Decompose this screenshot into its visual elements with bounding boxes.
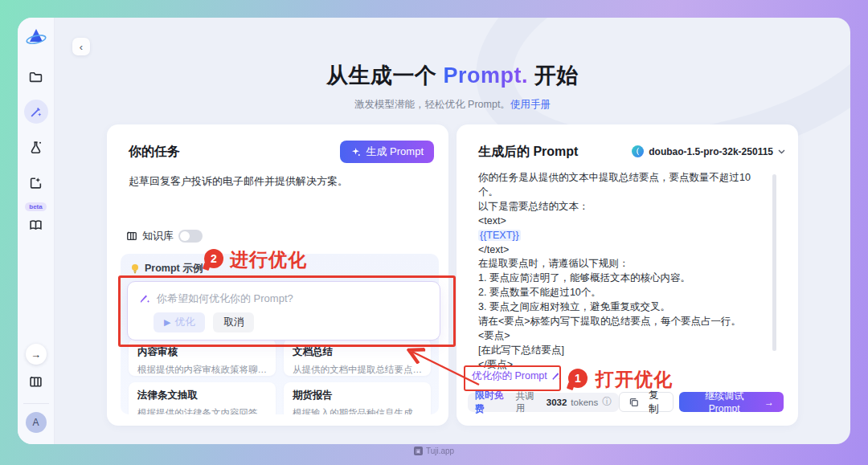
hero-header: 从生成一个 Prompt. 开始 激发模型潜能，轻松优化 Prompt。使用手册 [55, 61, 850, 112]
examples-grid: 内容审核 根据提供的内容审核政策将聊天记录… 文档总结 从提供的文档中提取总结要… [129, 339, 431, 414]
continue-debug-button[interactable]: 继续调试 Prompt → [679, 392, 784, 412]
generated-prompt-text[interactable]: 你的任务是从提供的文本中提取总结要点，要点数量不超过10个。 以下是需要总结的文… [478, 171, 768, 373]
prompt-line: {{TEXT}} [478, 229, 768, 243]
prompt-line: [在此写下总结要点] [478, 344, 768, 358]
watermark-icon: ▣ [414, 447, 423, 455]
app-logo-icon[interactable] [26, 27, 47, 47]
prompt-line: 1. 要点应简洁明了，能够概括文本的核心内容。 [478, 271, 768, 286]
chevron-down-icon [778, 149, 785, 154]
knowledge-base-icon [126, 230, 137, 242]
example-card[interactable]: 文档总结 从提供的文档中提取总结要点，要点… [284, 339, 431, 376]
folder-icon [29, 70, 43, 84]
example-card[interactable]: 法律条文抽取 根据提供的法律条文内容回答问题… [129, 382, 276, 414]
prompt-scrollbar[interactable] [772, 174, 776, 351]
example-description: 根据输入的期货品种信息生成报告… [293, 407, 422, 414]
page-title: 从生成一个 Prompt. 开始 [55, 61, 850, 90]
import-star-icon [29, 176, 43, 190]
free-badge: 限时免费 [475, 389, 512, 416]
title-highlight: Prompt. [443, 63, 528, 88]
step1-badge: 1 [568, 369, 588, 388]
prompt-line: </text> [478, 243, 768, 258]
step2-badge: 2 [204, 249, 223, 268]
example-card[interactable]: 期货报告 根据输入的期货品种信息生成报告… [284, 382, 431, 414]
result-panel-title: 生成后的 Prompt [478, 144, 578, 161]
prompt-line: 在提取要点时，请遵循以下规则： [478, 257, 768, 271]
layout-columns-icon [29, 375, 43, 389]
prompt-line: <要点> [478, 329, 768, 344]
sidebar-item-docs[interactable] [24, 369, 48, 394]
example-card[interactable]: 内容审核 根据提供的内容审核政策将聊天记录… [129, 339, 276, 376]
send-icon: ▶ [164, 317, 170, 328]
lightbulb-icon [130, 263, 140, 274]
example-description: 根据提供的内容审核政策将聊天记录… [137, 364, 267, 376]
manual-link[interactable]: 使用手册 [510, 99, 551, 110]
model-name: doubao-1.5-pro-32k-250115 [649, 146, 773, 157]
model-selector[interactable]: doubao-1.5-pro-32k-250115 [632, 145, 785, 157]
usage-badge: 限时免费 共调用 3032 tokens ⓘ [468, 393, 619, 412]
arrow-right-icon: → [764, 397, 774, 408]
knowledge-base-label: 知识库 [142, 229, 174, 243]
task-input-text[interactable]: 起草回复客户投诉的电子邮件并提供解决方案。 [129, 174, 348, 189]
step2-label: 进行优化 [230, 247, 307, 272]
prompt-line: 请在<要点>标签内写下提取的总结要点，每个要点占一行。 [478, 315, 768, 329]
generate-prompt-button[interactable]: 生成 Prompt [340, 141, 434, 163]
example-title: 法律条文抽取 [137, 389, 267, 402]
optimize-submit-button[interactable]: ▶ 优化 [154, 312, 205, 332]
knowledge-base-toggle[interactable] [178, 230, 203, 243]
arrow-right-icon: → [31, 349, 41, 361]
sidebar-item-prompt-tool[interactable] [24, 100, 48, 124]
watermark: ▣ Tuji.app [0, 447, 868, 455]
open-optimize-link[interactable]: 优化你的 Prompt [472, 369, 562, 383]
pen-sparkle-icon [139, 293, 150, 304]
sparkle-icon [350, 147, 361, 157]
optimize-cancel-button[interactable]: 取消 [213, 312, 254, 332]
knowledge-base-row: 知识库 [126, 229, 203, 243]
step1-label: 打开优化 [596, 367, 673, 392]
optimize-input[interactable]: 你希望如何优化你的 Prompt? [157, 292, 293, 306]
task-panel: 你的任务 生成 Prompt 起草回复客户投诉的电子邮件并提供解决方案。 知识库… [107, 124, 448, 426]
sidebar-item-experiments[interactable] [24, 135, 48, 159]
prompt-line: 以下是需要总结的文本： [478, 200, 768, 214]
watermark-text: Tuji.app [426, 447, 454, 455]
example-title: 文档总结 [293, 345, 422, 359]
sidebar-item-projects[interactable] [24, 64, 48, 88]
result-footer: 限时免费 共调用 3032 tokens ⓘ 复制 继续调试 Prompt → [468, 392, 784, 412]
copy-button[interactable]: 复制 [619, 392, 674, 412]
prompt-line: 3. 要点之间应相对独立，避免重复或交叉。 [478, 300, 768, 315]
optimize-dialog: 你希望如何优化你的 Prompt? ▶ 优化 取消 [127, 281, 440, 341]
sidebar-item-import[interactable] [24, 170, 48, 194]
prompt-line: 2. 要点数量不能超过10个。 [478, 286, 768, 300]
pen-sparkle-icon [551, 371, 562, 381]
chevron-left-icon: ‹ [80, 41, 83, 53]
app-window: beta → A ‹ 从生成一个 Prompt. 开 [18, 18, 850, 444]
user-avatar[interactable]: A [26, 412, 47, 433]
flask-icon [29, 141, 43, 154]
beta-badge: beta [25, 202, 46, 211]
example-description: 根据提供的法律条文内容回答问题… [137, 407, 267, 414]
copy-icon [629, 398, 639, 407]
prompt-line: 你的任务是从提供的文本中提取总结要点，要点数量不超过10个。 [478, 171, 768, 200]
magic-wand-icon [29, 105, 43, 119]
token-count: 3032 [547, 398, 567, 407]
collapse-panel-button[interactable]: ‹ [72, 38, 90, 55]
prompt-line: <text> [478, 214, 768, 229]
expand-sidebar-button[interactable]: → [26, 344, 47, 365]
sidebar: beta → A [18, 18, 55, 444]
page-background: beta → A ‹ 从生成一个 Prompt. 开 [0, 0, 868, 465]
task-panel-title: 你的任务 [129, 144, 180, 161]
book-icon [29, 218, 43, 232]
example-title: 内容审核 [137, 345, 267, 359]
doubao-model-icon [632, 145, 644, 157]
info-icon[interactable]: ⓘ [602, 395, 612, 409]
sidebar-item-library[interactable] [24, 213, 48, 237]
sidebar-divider [23, 403, 49, 404]
example-description: 从提供的文档中提取总结要点，要点… [293, 364, 422, 376]
page-subtitle: 激发模型潜能，轻松优化 Prompt。 [354, 99, 510, 110]
example-title: 期货报告 [293, 389, 422, 402]
examples-title: Prompt 示例 [145, 262, 203, 275]
